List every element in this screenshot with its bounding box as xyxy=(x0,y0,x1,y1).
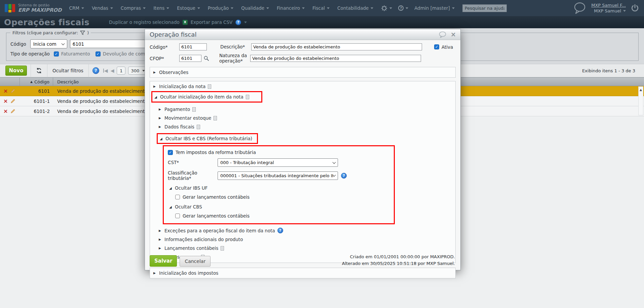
edit-pencil-icon[interactable] xyxy=(10,99,15,104)
section-inicializacao-impostos[interactable]: ▶ Inicialização dos impostos xyxy=(153,270,452,276)
section-ocultar-ibs-cbs[interactable]: ◢ Ocultar IBS e CBS (Reforma tributária) xyxy=(160,136,252,141)
logo-mosaic-icon xyxy=(5,3,15,13)
chat-bubble-icon[interactable] xyxy=(573,2,586,14)
section-lancamentos-contabeis[interactable]: ▶ Lançamentos contábeis xyxy=(159,245,452,251)
tem-impostos-checkbox[interactable]: ✓ xyxy=(168,150,173,155)
section-inicializacao-da-nota[interactable]: ▶ Inicialização da nota xyxy=(153,84,452,89)
devolucao-checkbox[interactable]: ✓ xyxy=(96,51,101,56)
created-stamp: Criado em 01/01/2001 00:00:00 por MAXIPR… xyxy=(342,254,455,260)
section-ocultar-inicializacao-item-nota[interactable]: ◢ Ocultar inicialização do item da nota xyxy=(154,94,249,100)
logo-tagline: Sistema de gestão xyxy=(18,3,62,7)
excel-icon: X xyxy=(183,20,188,25)
scrollbar-up-button[interactable]: ▲ xyxy=(638,86,643,115)
user-menu[interactable]: MXP Samuel xyxy=(594,8,626,13)
collapsed-arrow-icon: ▶ xyxy=(153,271,157,275)
section-informacoes-adicionais[interactable]: ▶ Informações adicionais do produto xyxy=(159,237,452,242)
help-icon[interactable]: ? xyxy=(235,20,241,25)
dialog-footer: Salvar Cancelar Criado em 01/01/2001 00:… xyxy=(150,254,455,267)
sort-ascending-icon: ▲ xyxy=(30,80,33,83)
user-profile-link[interactable]: MXP Samuel F... xyxy=(591,3,626,8)
gerar-lancamentos-ibs-checkbox[interactable] xyxy=(175,195,180,199)
nav-menu-financeiro[interactable]: Financeiro xyxy=(277,5,305,11)
showing-items-label: Exibindo itens 1 - 3 de 3 xyxy=(582,68,635,73)
section-pagamento[interactable]: ▶ Pagamento xyxy=(159,107,452,112)
cfop-field[interactable] xyxy=(179,55,201,62)
gerar-lancamentos-cbs-checkbox[interactable] xyxy=(175,214,180,218)
help-icon[interactable]: ? xyxy=(277,228,283,233)
help-icon[interactable]: ? xyxy=(92,67,99,74)
nav-menu-contabilidade[interactable]: Contabilidade xyxy=(337,5,373,11)
cancel-button[interactable]: Cancelar xyxy=(180,256,211,267)
chevron-down-icon xyxy=(197,7,200,9)
codigo-field[interactable] xyxy=(179,43,207,50)
section-ocultar-ibs-uf[interactable]: ◢ Ocultar IBS UF xyxy=(169,185,390,191)
impostos-panel: ▶ Inicialização dos impostos xyxy=(150,268,456,278)
nav-menu-vendas[interactable]: Vendas xyxy=(92,5,113,11)
help-search-input[interactable] xyxy=(462,4,507,12)
section-ocultar-cbs[interactable]: ◢ Ocultar CBS xyxy=(169,204,390,209)
collapsed-arrow-icon: ▶ xyxy=(159,116,162,120)
nav-help-menu[interactable]: ? xyxy=(398,5,408,11)
funnel-icon xyxy=(80,31,85,35)
power-icon[interactable] xyxy=(631,4,639,12)
comment-icon[interactable] xyxy=(439,31,447,38)
codigo-filter-label: Código xyxy=(10,41,26,47)
save-button[interactable]: Salvar xyxy=(150,255,177,267)
close-icon[interactable]: × xyxy=(451,31,456,38)
gerar-lancamentos-label: Gerar lançamentos contábeis xyxy=(183,194,250,200)
classificacao-select[interactable]: 000001 - Situações tributadas integralme… xyxy=(218,171,338,180)
natureza-field[interactable] xyxy=(250,55,421,62)
duplicate-record-link[interactable]: Duplicar o registro selecionado xyxy=(109,20,180,25)
descricao-field[interactable] xyxy=(251,43,422,50)
altered-stamp: Alterado em 30/05/2025 10:51:18 por MXP … xyxy=(342,260,455,267)
new-button[interactable]: Novo xyxy=(5,66,27,76)
dialog-titlebar[interactable]: Operação fiscal × xyxy=(145,29,460,40)
red-highlight-box: ◢ Ocultar inicialização do item da nota xyxy=(151,91,262,103)
ativa-checkbox[interactable]: ✓ xyxy=(434,44,439,49)
nav-settings-menu[interactable] xyxy=(381,5,392,11)
chevron-down-icon xyxy=(110,7,113,9)
delete-icon[interactable]: × xyxy=(3,99,8,104)
column-header-codigo[interactable]: ▲ Código xyxy=(20,78,53,86)
faturamento-checkbox[interactable]: ✓ xyxy=(54,51,59,56)
refresh-button[interactable] xyxy=(35,68,43,74)
chevron-down-icon xyxy=(333,160,336,164)
cst-select[interactable]: 000 - Tributação integral xyxy=(218,158,338,167)
collapsed-arrow-icon: ▶ xyxy=(159,238,162,241)
nav-menu-crm[interactable]: CRM xyxy=(69,5,84,11)
cfop-field-label: CFOP* xyxy=(150,56,179,61)
edit-pencil-icon[interactable] xyxy=(10,109,15,114)
nav-menu-fiscal[interactable]: Fiscal xyxy=(312,5,330,11)
first-page-button[interactable]: ◀ xyxy=(103,68,108,73)
chevron-down-icon xyxy=(61,42,65,45)
search-icon[interactable] xyxy=(203,55,209,61)
form-grid-icon xyxy=(208,84,211,89)
page-number[interactable]: 1 xyxy=(117,67,125,75)
delete-icon[interactable]: × xyxy=(3,109,8,114)
export-csv-link[interactable]: Exportar para CSV xyxy=(191,20,233,25)
help-icon[interactable]: ? xyxy=(341,173,347,179)
app-logo[interactable]: Sistema de gestão ERP MAXIPROD xyxy=(5,3,62,13)
codigo-operator-select[interactable]: Inicia com xyxy=(30,39,67,48)
nav-menu-compras[interactable]: Compras xyxy=(121,5,146,11)
expanded-arrow-icon: ◢ xyxy=(160,137,163,141)
prev-page-button[interactable]: ◀ xyxy=(111,68,114,73)
refresh-icon xyxy=(36,68,42,74)
expanded-arrow-icon: ◢ xyxy=(169,205,173,209)
collapsed-arrow-icon: ▶ xyxy=(159,108,162,111)
filters-legend[interactable]: Filtros (clique para configurar: ) xyxy=(10,30,91,35)
nav-menu-admin[interactable]: Admin [master] xyxy=(414,5,454,11)
chevron-down-icon[interactable] xyxy=(244,22,247,23)
nav-menu-itens[interactable]: Itens xyxy=(153,5,169,11)
chevron-down-icon xyxy=(81,7,84,9)
nav-menu-estoque[interactable]: Estoque xyxy=(177,5,200,11)
hide-filters-button[interactable]: Ocultar filtros xyxy=(51,68,85,73)
delete-icon[interactable]: × xyxy=(3,88,8,94)
section-observacoes[interactable]: ▶ Observações xyxy=(153,70,452,75)
section-excecoes[interactable]: ▶ Exceções para a operação fiscal do ite… xyxy=(159,228,452,233)
section-movimentar-estoque[interactable]: ▶ Movimentar estoque xyxy=(159,115,452,121)
nav-menu-qualidade[interactable]: Qualidade xyxy=(241,5,269,11)
nav-menu-producao[interactable]: Produção xyxy=(208,5,234,11)
section-dados-fiscais[interactable]: ▶ Dados fiscais xyxy=(159,124,452,129)
edit-pencil-icon[interactable] xyxy=(10,88,15,93)
